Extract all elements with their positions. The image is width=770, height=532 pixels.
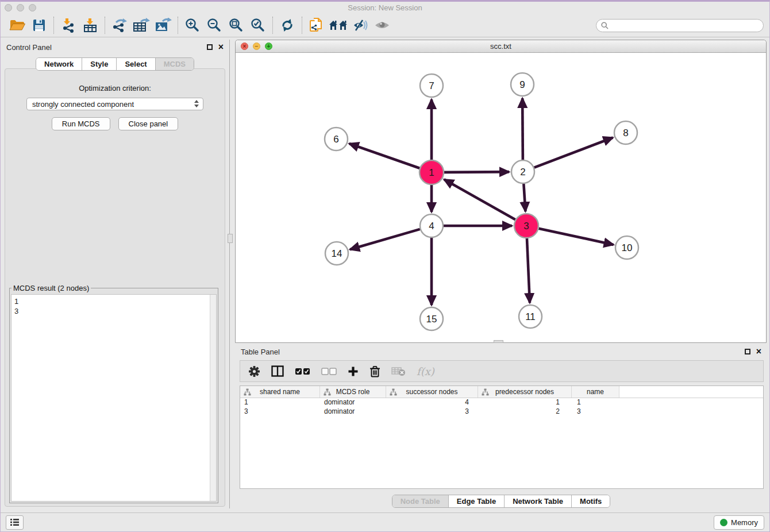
- show-all-icon[interactable]: [371, 16, 393, 35]
- tab-style[interactable]: Style: [82, 58, 117, 70]
- column-header-predecessor-nodes[interactable]: predecessor nodes: [478, 386, 572, 398]
- criterion-selected-value: strongly connected component: [32, 100, 134, 109]
- graph-node-label: 9: [519, 79, 525, 90]
- criterion-select[interactable]: strongly connected component: [26, 98, 203, 110]
- tab-node-table[interactable]: Node Table: [392, 495, 449, 507]
- table-tabs: Node Table Edge Table Network Table Moti…: [235, 495, 767, 508]
- table-cell[interactable]: 3: [240, 407, 320, 417]
- column-header-mcds-role[interactable]: MCDS role: [320, 386, 386, 398]
- zoom-fit-icon[interactable]: [225, 16, 247, 35]
- refresh-layout-icon[interactable]: [276, 16, 298, 35]
- deselect-all-columns-icon[interactable]: [321, 368, 337, 375]
- tab-network-table[interactable]: Network Table: [505, 495, 572, 507]
- open-file-icon[interactable]: [6, 16, 28, 35]
- select-stepper-icon: [194, 100, 199, 107]
- graph-edge-1-2[interactable]: [444, 172, 509, 172]
- hide-selected-icon[interactable]: [349, 16, 371, 35]
- zoom-selected-icon[interactable]: [247, 16, 269, 35]
- tab-motifs[interactable]: Motifs: [572, 495, 610, 507]
- graph-node-label: 8: [623, 128, 628, 138]
- table-cell[interactable]: 2: [478, 407, 572, 417]
- column-header-successor-nodes[interactable]: successor nodes: [386, 386, 478, 398]
- network-graph[interactable]: 7968124314101511: [236, 53, 766, 342]
- close-panel-button[interactable]: Close panel: [118, 117, 179, 130]
- table-panel-title: Table Panel: [241, 348, 280, 356]
- export-network-icon[interactable]: [109, 16, 130, 35]
- export-table-icon[interactable]: [130, 16, 152, 35]
- table-cell[interactable]: 3: [572, 407, 619, 417]
- graph-node-label: 1: [429, 167, 434, 178]
- table-panel: Table Panel × f(x): [235, 344, 767, 510]
- network-canvas[interactable]: 7968124314101511: [236, 53, 766, 342]
- tab-edge-table[interactable]: Edge Table: [449, 495, 505, 507]
- toolbar-separator: [105, 17, 105, 34]
- search-field[interactable]: [596, 19, 764, 32]
- graph-edge-2-9[interactable]: [522, 98, 523, 160]
- column-type-icon: [482, 388, 489, 396]
- table-row[interactable]: 1dominator411: [240, 398, 763, 407]
- column-type-icon: [324, 388, 331, 396]
- graph-node-label: 11: [525, 311, 536, 322]
- tab-mcds[interactable]: MCDS: [156, 58, 194, 70]
- graph-edge-1-6[interactable]: [349, 144, 420, 168]
- graph-edge-3-1[interactable]: [444, 179, 515, 219]
- show-panels-button[interactable]: [6, 515, 24, 530]
- network-view-window: × − + scc.txt 7968124314101511: [235, 40, 767, 343]
- table-settings-icon[interactable]: [248, 365, 260, 377]
- table-cell[interactable]: 4: [386, 398, 478, 407]
- mcds-result-group: MCDS result (2 nodes) 1 3: [9, 284, 218, 503]
- export-image-icon[interactable]: [152, 16, 174, 35]
- main-toolbar: [1, 14, 769, 37]
- graph-edge-3-11[interactable]: [527, 238, 530, 303]
- save-session-icon[interactable]: [28, 16, 50, 35]
- column-label: successor nodes: [406, 388, 457, 396]
- toolbar-separator: [272, 17, 273, 34]
- table-header-row: shared name MCDS role successor nodes pr…: [240, 386, 763, 398]
- table-cell[interactable]: 1: [572, 398, 619, 407]
- zoom-in-icon[interactable]: [182, 16, 203, 35]
- graph-edge-2-8[interactable]: [534, 138, 613, 168]
- graph-node-label: 14: [332, 248, 342, 259]
- first-neighbors-icon[interactable]: [328, 16, 349, 35]
- panel-splitter-handle[interactable]: [228, 234, 233, 243]
- zoom-out-icon[interactable]: [203, 16, 225, 35]
- graph-node-label: 4: [429, 221, 434, 232]
- column-layout-icon[interactable]: [271, 365, 284, 377]
- graph-edge-2-3[interactable]: [523, 184, 525, 211]
- column-header-shared-name[interactable]: shared name: [240, 386, 320, 398]
- close-panel-icon[interactable]: ×: [218, 44, 224, 50]
- delete-column-icon[interactable]: [369, 365, 380, 377]
- result-scrollbar[interactable]: [210, 295, 216, 501]
- memory-label: Memory: [731, 518, 758, 527]
- float-panel-icon[interactable]: [207, 44, 213, 50]
- import-network-icon[interactable]: [57, 16, 79, 35]
- node-table: shared name MCDS role successor nodes pr…: [240, 385, 764, 489]
- mcds-result-title: MCDS result (2 nodes): [11, 284, 91, 292]
- function-builder-icon[interactable]: f(x): [417, 365, 434, 377]
- table-cell[interactable]: 1: [240, 398, 320, 407]
- run-mcds-button[interactable]: Run MCDS: [52, 117, 110, 130]
- table-cell[interactable]: 3: [386, 407, 478, 417]
- table-cell[interactable]: 1: [478, 398, 572, 407]
- graph-edge-3-10[interactable]: [538, 229, 613, 245]
- search-input[interactable]: [611, 21, 759, 29]
- memory-button[interactable]: Memory: [714, 515, 764, 530]
- graph-edge-4-14[interactable]: [350, 229, 420, 249]
- mcds-result-box: 1 3: [11, 294, 217, 502]
- column-header-name[interactable]: name: [572, 386, 619, 398]
- import-table-icon[interactable]: [79, 16, 101, 35]
- float-table-panel-icon[interactable]: [745, 349, 750, 354]
- table-cell[interactable]: dominator: [320, 398, 386, 407]
- add-column-icon[interactable]: [348, 366, 359, 377]
- network-window-title: scc.txt: [236, 42, 766, 51]
- table-cell[interactable]: dominator: [320, 407, 386, 417]
- delete-table-icon[interactable]: [391, 366, 406, 376]
- close-table-panel-icon[interactable]: ×: [756, 349, 761, 354]
- column-type-icon: [244, 388, 251, 396]
- tab-select[interactable]: Select: [117, 58, 155, 70]
- tab-network[interactable]: Network: [36, 58, 82, 70]
- new-network-from-selection-icon[interactable]: [306, 16, 328, 35]
- table-row[interactable]: 3dominator323: [240, 407, 763, 417]
- canvas-splitter-handle[interactable]: [494, 340, 503, 343]
- select-all-columns-icon[interactable]: [295, 368, 310, 375]
